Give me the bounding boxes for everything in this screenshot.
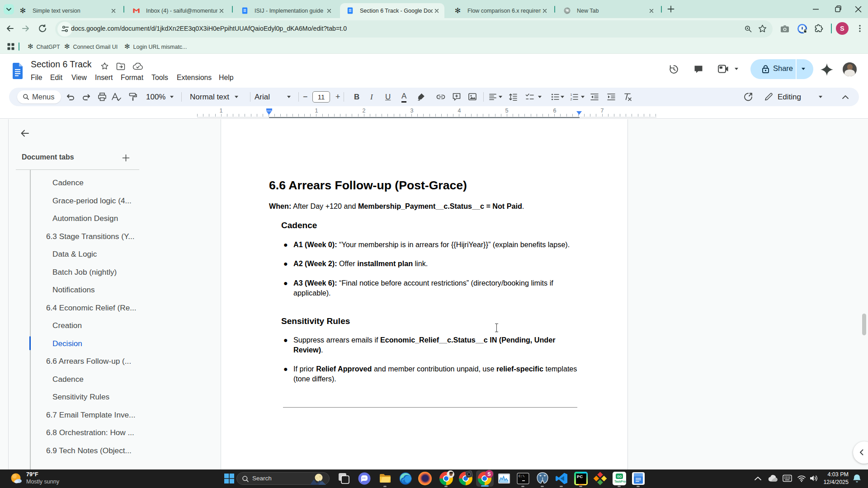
svg-text:2: 2: [571, 98, 572, 101]
svg-text:1: 1: [571, 93, 572, 96]
svg-text:C:\: C:\: [519, 474, 525, 478]
